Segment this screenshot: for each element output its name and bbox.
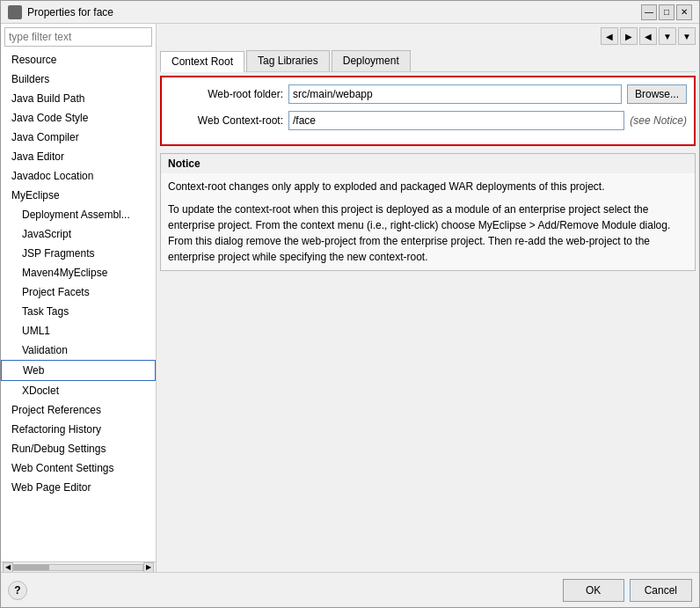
tree-item-uml1[interactable]: UML1 — [1, 321, 156, 341]
tree-item-refactoring-history[interactable]: Refactoring History — [1, 420, 156, 439]
toolbar-left-button[interactable]: ◀ — [639, 27, 657, 45]
notice-line2: To update the context-root when this pro… — [168, 201, 688, 265]
toolbar-right: ◀ ▶ ◀ ▼ ▼ — [160, 27, 696, 45]
title-controls: — □ ✕ — [641, 4, 692, 20]
bottom-bar: ? OK Cancel — [1, 572, 699, 607]
properties-window: Properties for face — □ ✕ Resource Build… — [0, 0, 700, 608]
web-context-row: Web Context-root: (see Notice) — [169, 111, 687, 130]
tree-item-javascript[interactable]: JavaScript — [1, 224, 156, 244]
tree-item-web-page-editor[interactable]: Web Page Editor — [1, 478, 156, 497]
main-content: Resource Builders Java Build Path Java C… — [1, 24, 699, 572]
notice-box: Notice Context-root changes only apply t… — [160, 153, 696, 271]
web-context-label: Web Context-root: — [169, 114, 283, 127]
tree-item-java-editor[interactable]: Java Editor — [1, 147, 156, 166]
tree-item-builders[interactable]: Builders — [1, 70, 156, 89]
tree-item-validation[interactable]: Validation — [1, 341, 156, 360]
scrollbar-thumb[interactable] — [14, 565, 49, 570]
window-title: Properties for face — [27, 6, 113, 18]
tree-item-task-tags[interactable]: Task Tags — [1, 302, 156, 321]
form-area: Web-root folder: Browse... Web Context-r… — [160, 76, 696, 146]
right-panel: ◀ ▶ ◀ ▼ ▼ Context Root Tag Libraries Dep… — [157, 24, 699, 572]
tree-item-java-compiler[interactable]: Java Compiler — [1, 128, 156, 147]
tree-area: Resource Builders Java Build Path Java C… — [1, 50, 156, 561]
see-notice-text: (see Notice) — [630, 114, 687, 127]
tree-item-java-code-style[interactable]: Java Code Style — [1, 108, 156, 128]
title-bar-left: Properties for face — [8, 5, 113, 19]
tab-tag-libraries[interactable]: Tag Libraries — [246, 50, 330, 71]
tree-item-jsp-fragments[interactable]: JSP Fragments — [1, 244, 156, 263]
tree-item-maven4myeclipse[interactable]: Maven4MyEclipse — [1, 263, 156, 282]
tree-item-project-references[interactable]: Project References — [1, 400, 156, 420]
help-button[interactable]: ? — [8, 581, 27, 600]
tree-item-deployment-assembl[interactable]: Deployment Assembl... — [1, 205, 156, 224]
minimize-button[interactable]: — — [641, 4, 657, 20]
tree-item-web[interactable]: Web — [1, 360, 156, 381]
notice-title: Notice — [161, 154, 695, 173]
toolbar-back-button[interactable]: ◀ — [601, 27, 618, 45]
maximize-button[interactable]: □ — [659, 4, 674, 20]
toolbar-forward-button[interactable]: ▶ — [620, 27, 638, 45]
title-bar: Properties for face — □ ✕ — [1, 1, 699, 24]
toolbar-down-button2[interactable]: ▼ — [678, 27, 696, 45]
filter-input[interactable] — [4, 27, 152, 47]
tree-item-javadoc-location[interactable]: Javadoc Location — [1, 166, 156, 186]
tree-item-project-facets[interactable]: Project Facets — [1, 282, 156, 302]
close-button[interactable]: ✕ — [676, 4, 692, 20]
scroll-left-button[interactable]: ◀ — [3, 562, 13, 573]
tab-bar: Context Root Tag Libraries Deployment — [160, 48, 696, 72]
tree-item-myeclipse[interactable]: MyEclipse — [1, 186, 156, 205]
notice-body: Context-root changes only apply to explo… — [161, 173, 695, 270]
toolbar-down-button1[interactable]: ▼ — [659, 27, 676, 45]
horizontal-scrollbar[interactable]: ◀ ▶ — [1, 561, 156, 572]
left-panel: Resource Builders Java Build Path Java C… — [1, 24, 157, 572]
tree-item-run-debug-settings[interactable]: Run/Debug Settings — [1, 439, 156, 458]
web-root-input[interactable] — [288, 84, 622, 104]
tree-item-java-build-path[interactable]: Java Build Path — [1, 89, 156, 108]
web-root-label: Web-root folder: — [169, 88, 283, 100]
notice-line1: Context-root changes only apply to explo… — [168, 179, 688, 194]
cancel-button[interactable]: Cancel — [630, 579, 692, 602]
web-context-input[interactable] — [288, 111, 624, 130]
browse-button[interactable]: Browse... — [627, 84, 687, 104]
tree-item-resource[interactable]: Resource — [1, 50, 156, 70]
tree-item-xdoclet[interactable]: XDoclet — [1, 381, 156, 400]
tree-item-web-content-settings[interactable]: Web Content Settings — [1, 458, 156, 478]
window-icon — [8, 5, 22, 19]
tab-deployment[interactable]: Deployment — [332, 50, 411, 71]
scrollbar-track[interactable] — [13, 564, 143, 571]
tab-context-root[interactable]: Context Root — [160, 51, 244, 72]
web-root-row: Web-root folder: Browse... — [169, 84, 687, 104]
scroll-right-button[interactable]: ▶ — [143, 562, 154, 573]
ok-button[interactable]: OK — [563, 579, 624, 602]
